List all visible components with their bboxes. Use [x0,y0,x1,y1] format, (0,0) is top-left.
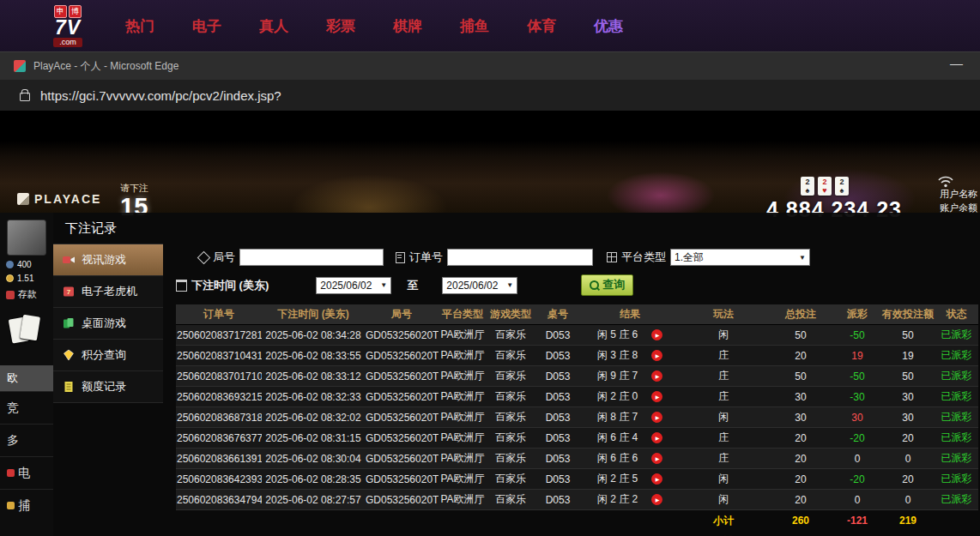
platform-select[interactable]: 1.全部 ▼ [670,249,810,266]
cell-result: 闲 2 庄 2 [581,490,679,510]
cell-platform: PA欧洲厅 [439,387,487,407]
address-input[interactable]: https://gci.7vvvvvv.com/pc/pcv2/index.js… [40,88,281,103]
nav-item-sports[interactable]: 体育 [527,16,556,36]
replay-play-button[interactable] [651,473,662,485]
result-text: 闲 5 庄 6 [597,328,638,342]
avatar[interactable] [7,220,46,256]
modal-sidebar: 视讯游戏 7 电子老虎机 桌面游戏 积分查询 [53,244,163,536]
cell-game-type: 百家乐 [487,490,535,510]
minimize-button[interactable]: — [950,56,963,70]
replay-play-button[interactable] [651,494,662,505]
rail-item-compete[interactable]: 竞 [0,391,53,424]
cell-game-type: 百家乐 [487,469,535,490]
date-from-select[interactable]: 2025/06/02 ▼ [316,277,391,294]
sidebar-item-credit-records[interactable]: 额度记录 [53,371,163,403]
table-row: 250602083701710 2025-06-02 08:33:12 GD05… [176,366,978,387]
player-count-value: 400 [17,260,32,269]
balance-value: 1.51 [17,274,33,283]
cell-total-bet: 30 [768,407,833,428]
sidebar-item-slot-machines[interactable]: 7 电子老虎机 [53,276,163,308]
sidebar-item-table-games[interactable]: 桌面游戏 [53,308,163,340]
table-row: 250602083687318 2025-06-02 08:32:02 GD05… [176,407,978,428]
user-name-label: 用户名称 [940,187,977,201]
replay-play-button[interactable] [651,391,662,402]
cell-platform: PA欧洲厅 [439,469,487,490]
table-cards-icon [62,316,76,330]
rail-item-electronic[interactable]: 电 [0,456,53,489]
nav-item-live[interactable]: 真人 [259,16,288,36]
cell-order-id: 250602083661391 [176,449,262,469]
cell-order-id: 250602083701710 [176,366,262,387]
cell-round-id: GD053256020TO [365,428,439,449]
nav-item-slots[interactable]: 电子 [192,16,221,36]
grid-icon [607,252,617,262]
cell-status: 已派彩 [935,346,978,366]
cell-play: 庄 [679,428,768,449]
magnifier-icon [590,280,599,290]
sidebar-item-video-games[interactable]: 视讯游戏 [53,244,163,276]
table-footer: 小计 260 -121 219 总计 260 -121 [176,510,978,536]
order-icon [396,252,405,263]
cell-status: 已派彩 [935,469,978,490]
site-info-chip[interactable] [14,85,36,105]
nav-item-boardgames[interactable]: 棋牌 [393,16,422,36]
date-to-select[interactable]: 2025/06/02 ▼ [442,277,517,294]
cell-payout: 19 [833,346,881,366]
cell-round-id: GD053256020TK [365,469,439,490]
bet-time-filter-label: 下注时间 (美东) [176,278,269,293]
replay-play-button[interactable] [651,412,662,423]
cell-status: 已派彩 [935,407,978,428]
result-text: 闲 6 庄 4 [597,431,638,445]
deposit-label: 存款 [18,288,37,301]
electronic-icon [7,469,15,477]
nav-item-promotions[interactable]: 优惠 [594,16,623,36]
deposit-button[interactable]: 存款 [6,288,53,301]
rail-item-europe[interactable]: 欧 [0,365,53,391]
sidebar-item-points-query[interactable]: 积分查询 [53,340,163,371]
cell-table-id: D053 [535,346,581,366]
cell-order-id: 250602083717281 [176,325,262,346]
cell-round-id: GD053256020TS [365,346,439,366]
casino-banner: PLAYACE 请下注 15 2♠ 2♥ 2♠ 4 884 234 23 用户 [0,111,980,213]
rail-item-multi[interactable]: 多 [0,424,53,456]
cell-bet-time: 2025-06-02 08:27:57 [262,490,365,510]
rail-item-fishing[interactable]: 捕 [0,489,53,521]
col-valid-bet: 有效投注额 [881,304,935,325]
cell-bet-time: 2025-06-02 08:33:55 [262,346,365,366]
nav-item-fishing[interactable]: 捕鱼 [460,16,489,36]
bet-records-modal: 下注记录 视讯游戏 7 电子老虎机 桌面游戏 [53,213,980,536]
col-game-type: 游戏类型 [487,304,535,325]
cell-play: 庄 [679,346,768,366]
cards-graphic [10,313,43,347]
nav-item-lottery[interactable]: 彩票 [326,16,355,36]
modal-main: 局号 订单号 平台类型 1.全部 [163,244,980,536]
replay-play-button[interactable] [651,453,662,464]
cell-table-id: D053 [535,387,581,407]
col-result: 结果 [581,304,679,325]
cell-round-id: GD053256020TQ [365,387,439,407]
replay-play-button[interactable] [651,350,662,361]
replay-play-button[interactable] [651,329,662,340]
replay-play-button[interactable] [651,370,662,382]
table-row: 250602083642393 2025-06-02 08:28:35 GD05… [176,469,978,490]
cell-payout: 0 [833,449,881,469]
cell-round-id: GD053256020TJ [365,490,439,510]
cell-platform: PA欧洲厅 [439,407,487,428]
replay-play-button[interactable] [651,432,662,443]
order-input[interactable] [447,249,593,266]
search-button[interactable]: 查询 [581,274,633,296]
browser-urlbar[interactable]: https://gci.7vvvvvv.com/pc/pcv2/index.js… [0,80,980,111]
cell-round-id: GD053256020TM [365,449,439,469]
nav-item-hot[interactable]: 热门 [125,16,154,36]
cell-result: 闲 2 庄 5 [581,469,679,490]
cell-game-type: 百家乐 [487,387,535,407]
round-input[interactable] [239,249,384,266]
order-filter-label: 订单号 [396,250,443,265]
document-icon [62,380,76,394]
subtotal-label: 小计 [679,510,768,532]
cell-play: 闲 [679,407,768,428]
cell-payout: -30 [833,387,881,407]
slot-machine-icon: 7 [62,285,76,298]
site-logo[interactable]: 申 博 7V .com [39,5,96,47]
cell-bet-time: 2025-06-02 08:31:15 [262,428,365,449]
